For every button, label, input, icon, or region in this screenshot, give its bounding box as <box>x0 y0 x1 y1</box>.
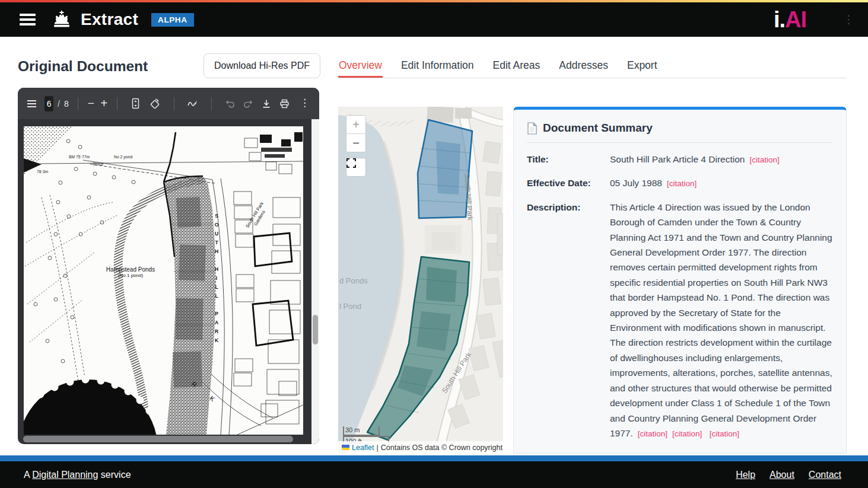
extract-app: Extract ALPHA i.AI ⋮ Original Document D… <box>0 0 868 488</box>
effective-date-value: 05 July 1988[citation] <box>610 176 697 190</box>
description-value: This Article 4 Direction was issued by t… <box>610 200 833 441</box>
pdf-redo-icon[interactable] <box>243 99 253 108</box>
pdf-toolbar: 6 / 8 − + <box>18 88 319 119</box>
pdf-rotate-icon[interactable] <box>149 98 161 110</box>
pdf-annotate-pen-icon[interactable] <box>187 99 198 108</box>
title-label: Title: <box>527 152 610 167</box>
document-summary-card: Document Summary Title: South Hill Park … <box>513 107 847 454</box>
crown-logo-icon <box>51 10 72 29</box>
summary-row-title: Title: South Hill Park Article 4 Directi… <box>527 152 833 167</box>
date-citation-link[interactable]: [citation] <box>667 179 697 188</box>
document-summary-header: Document Summary <box>527 122 833 143</box>
pdf-more-options-icon[interactable]: ⋮ <box>300 100 310 106</box>
map-zoom-control: + − <box>346 115 366 152</box>
digital-planning-link[interactable]: Digital Planning <box>32 470 98 480</box>
attribution-separator: | <box>377 444 379 452</box>
pdf-vertical-scrollbar-thumb[interactable] <box>313 315 318 345</box>
download-hires-pdf-button[interactable]: Download Hi-Res PDF <box>204 53 320 78</box>
alpha-badge: ALPHA <box>151 13 194 27</box>
iai-logo-ai: AI <box>785 7 806 32</box>
pdf-horizontal-scrollbar-thumb[interactable] <box>23 436 293 442</box>
document-icon <box>527 122 537 135</box>
vintage-map-no2-pond-label: No 2 pond <box>114 155 132 159</box>
attribution-text: Contains OS data © Crown copyright <box>381 444 503 452</box>
effective-date-label: Effective Date: <box>527 176 610 190</box>
description-label: Description: <box>527 200 610 441</box>
pdf-zoom-out-button[interactable]: − <box>87 97 95 110</box>
vintage-map-benchmark-label: BM 75·77m <box>69 155 90 159</box>
vintage-map-sluice-label: Sluice <box>93 162 104 166</box>
header-overflow-menu-icon[interactable]: ⋮ <box>843 17 850 23</box>
vintage-map-elevation-label: 78·3m <box>37 170 48 174</box>
map-zoom-in-button[interactable]: + <box>346 116 365 134</box>
footer-link-about[interactable]: About <box>770 470 794 480</box>
vintage-map-street-label: SOUTH HILL PARK <box>214 213 220 346</box>
pdf-vertical-scrollbar[interactable] <box>311 119 319 444</box>
page-footer: A Digital Planning service Help About Co… <box>0 455 868 488</box>
title-value: South Hill Park Article 4 Direction[cita… <box>610 152 780 167</box>
vintage-map-drawing <box>24 126 303 435</box>
pdf-print-icon[interactable] <box>279 99 290 109</box>
tab-overview[interactable]: Overview <box>338 55 383 78</box>
pdf-fit-page-icon[interactable] <box>131 98 141 109</box>
description-citation-link-3[interactable]: [citation] <box>710 429 739 438</box>
pdf-page-number-input[interactable]: 6 <box>44 96 53 111</box>
pond-label-partial-top: d Ponds <box>339 276 368 285</box>
detail-tabs: Overview Edit Information Edit Areas Add… <box>338 55 847 78</box>
tab-addresses[interactable]: Addresses <box>558 55 609 78</box>
hamburger-menu-icon[interactable] <box>20 11 36 28</box>
iai-logo-i: i. <box>774 7 785 32</box>
summary-row-effective-date: Effective Date: 05 July 1988[citation] <box>527 176 833 190</box>
fullscreen-icon <box>346 158 356 168</box>
pdf-undo-icon[interactable] <box>225 99 235 108</box>
pdf-zoom-in-button[interactable]: + <box>100 97 108 110</box>
document-summary-title: Document Summary <box>543 122 653 135</box>
vintage-map-pond-label: Hampstead Ponds (No 1 pond) <box>94 266 167 278</box>
iai-logo: i.AI <box>774 8 806 31</box>
footer-link-contact[interactable]: Contact <box>809 470 841 480</box>
tab-export[interactable]: Export <box>627 55 658 78</box>
map-scale-metric: 30 m <box>343 426 380 436</box>
pdf-viewer: 6 / 8 − + <box>18 88 319 444</box>
description-citation-link-2[interactable]: [citation] <box>672 429 702 438</box>
pdf-content-area: Hampstead Ponds (No 1 pond) SOUTH HILL P… <box>18 119 319 444</box>
leaflet-link[interactable]: Leaflet <box>352 444 374 452</box>
map-fullscreen-button[interactable] <box>346 158 366 177</box>
page-title: Original Document <box>18 58 148 75</box>
pdf-page-separator: / <box>58 99 60 109</box>
pdf-page-vintage-map: Hampstead Ponds (No 1 pond) SOUTH HILL P… <box>24 126 303 435</box>
pond-label-partial-bottom: l Pond <box>339 302 361 311</box>
map-attribution: Leaflet | Contains OS data © Crown copyr… <box>338 441 503 454</box>
pdf-download-icon[interactable] <box>262 99 271 109</box>
tab-edit-information[interactable]: Edit Information <box>400 55 475 78</box>
footer-link-help[interactable]: Help <box>736 470 755 480</box>
map-zoom-out-button[interactable]: − <box>346 134 365 152</box>
description-citation-link-1[interactable]: [citation] <box>638 429 667 438</box>
tab-edit-areas[interactable]: Edit Areas <box>492 55 541 78</box>
ukraine-flag-icon <box>342 445 349 450</box>
summary-row-description: Description: This Article 4 Direction wa… <box>527 200 833 441</box>
app-title: Extract <box>81 10 138 29</box>
area-polygon-blue[interactable] <box>418 120 472 218</box>
title-citation-link[interactable]: [citation] <box>749 155 779 164</box>
pdf-page-count: 8 <box>64 99 69 109</box>
app-header: Extract ALPHA i.AI ⋮ <box>0 2 868 37</box>
footer-service-text: A Digital Planning service <box>24 470 131 480</box>
leaflet-map[interactable]: South Hill Park South Hill Park d Ponds … <box>338 107 503 454</box>
pdf-menu-icon[interactable] <box>27 98 36 109</box>
